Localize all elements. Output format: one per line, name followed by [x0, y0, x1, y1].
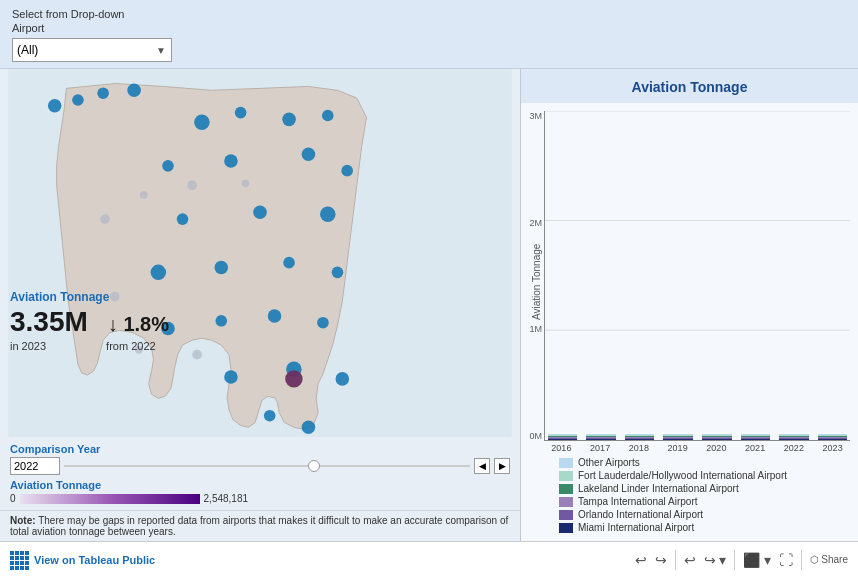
y-tick-1m: 1M	[516, 324, 542, 334]
content-area: Aviation Tonnage 3.35M ↓ 1.8% in 2023 fr…	[0, 69, 858, 541]
slider-container: ◀ ▶	[64, 458, 510, 474]
bar-stack-2016[interactable]	[548, 434, 577, 440]
svg-point-21	[215, 315, 227, 327]
svg-point-15	[320, 207, 335, 222]
legend-label: Fort Lauderdale/Hollywood International …	[578, 470, 787, 481]
svg-point-29	[285, 370, 302, 387]
back-button[interactable]: ↩	[684, 552, 696, 568]
legend-label: Miami International Airport	[578, 522, 694, 533]
stats-title: Aviation Tonnage	[10, 290, 169, 304]
svg-point-14	[253, 206, 267, 220]
gridlines-svg	[545, 111, 850, 440]
svg-point-9	[162, 160, 174, 172]
chart-area: Aviation Tonnage 3M 2M 1M 0M	[521, 103, 858, 541]
year-row: ◀ ▶	[10, 457, 510, 475]
bar-segment-miami	[586, 439, 615, 440]
stats-sub: in 2023 from 2022	[10, 340, 169, 352]
bottom-toolbar: View on Tableau Public ↩ ↪ ↩ ↪ ▾ ⬛ ▾ ⛶ ⬡…	[0, 541, 858, 577]
bar-stack-2018[interactable]	[625, 434, 654, 440]
legend-swatch	[559, 510, 573, 520]
bar-segment-miami	[818, 439, 847, 440]
bottom-controls: Comparison Year ◀ ▶ Aviation Tonnage 0	[0, 437, 520, 510]
svg-point-18	[283, 257, 295, 269]
legend-swatch	[559, 458, 573, 468]
x-label-2023: 2023	[815, 443, 850, 453]
bar-segment-miami	[548, 439, 577, 440]
bar-group	[777, 434, 812, 440]
toolbar-actions: ↩ ↪ ↩ ↪ ▾ ⬛ ▾ ⛶ ⬡ Share	[635, 550, 848, 570]
svg-point-10	[224, 154, 238, 168]
bar-stack-2021[interactable]	[741, 434, 770, 440]
forward-button[interactable]: ↪ ▾	[704, 552, 727, 568]
legend-swatch	[559, 484, 573, 494]
legend-item: Miami International Airport	[559, 522, 842, 533]
share-button[interactable]: ⬡ Share	[810, 554, 848, 565]
tableau-logo[interactable]: View on Tableau Public	[10, 551, 155, 569]
slider-track[interactable]	[64, 465, 470, 467]
x-label-2016: 2016	[544, 443, 579, 453]
stats-overlay: Aviation Tonnage 3.35M ↓ 1.8% in 2023 fr…	[10, 290, 169, 352]
bar-stack-2023[interactable]	[818, 434, 847, 440]
svg-point-17	[214, 261, 228, 275]
prev-year-button[interactable]: ◀	[474, 458, 490, 474]
year-input[interactable]	[10, 457, 60, 475]
bar-group	[584, 434, 619, 440]
svg-point-32	[187, 180, 197, 190]
svg-point-23	[317, 317, 329, 329]
bar-stack-2022[interactable]	[779, 434, 808, 440]
airport-dropdown-wrapper: (All) Miami International Airport Orland…	[12, 38, 172, 62]
bar-stack-2020[interactable]	[702, 434, 731, 440]
x-label-2022: 2022	[777, 443, 812, 453]
toolbar-divider-1	[675, 550, 676, 570]
bar-stack-2019[interactable]	[663, 434, 692, 440]
svg-point-22	[268, 309, 282, 323]
stats-year: in 2023	[10, 340, 46, 352]
svg-point-4	[127, 84, 141, 98]
redo-button[interactable]: ↪	[655, 552, 667, 568]
toolbar-divider-3	[801, 550, 802, 570]
stats-main: 3.35M ↓ 1.8%	[10, 306, 169, 338]
airport-dropdown[interactable]: (All) Miami International Airport Orland…	[12, 38, 172, 62]
svg-point-33	[242, 179, 250, 187]
svg-point-3	[97, 87, 109, 99]
legend-label: Tampa International Airport	[578, 496, 698, 507]
legend-item: Orlando International Airport	[559, 509, 842, 520]
x-label-2018: 2018	[622, 443, 657, 453]
comparison-year-label: Comparison Year	[10, 443, 510, 455]
svg-point-24	[224, 370, 238, 384]
legend-swatch	[559, 497, 573, 507]
fullscreen-button[interactable]: ⛶	[779, 552, 793, 568]
legend-item: Tampa International Airport	[559, 496, 842, 507]
stats-change: ↓ 1.8%	[108, 313, 169, 336]
bar-stack-2017[interactable]	[586, 434, 615, 440]
stats-change-label: from 2022	[106, 340, 156, 352]
legend-label: Other Airports	[578, 457, 640, 468]
svg-point-8	[322, 110, 334, 122]
bar-group	[622, 434, 657, 440]
svg-point-16	[151, 265, 166, 280]
svg-point-31	[140, 191, 148, 199]
svg-point-2	[72, 94, 84, 106]
y-tick-labels: 3M 2M 1M 0M	[516, 111, 542, 441]
chart-legend: Other AirportsFort Lauderdale/Hollywood …	[529, 453, 850, 537]
slider-thumb[interactable]	[308, 460, 320, 472]
undo-button[interactable]: ↩	[635, 552, 647, 568]
svg-point-1	[48, 99, 62, 113]
note-text: Note: There may be gaps in reported data…	[0, 510, 520, 541]
bar-segment-miami	[625, 439, 654, 440]
legend-label: Lakeland Linder International Airport	[578, 483, 739, 494]
dropdown-label: Select from Drop-down	[12, 8, 846, 20]
scale-min: 0	[10, 493, 16, 504]
note-strong: Note:	[10, 515, 36, 526]
bar-segment-miami	[779, 439, 808, 440]
svg-point-6	[235, 107, 247, 119]
legend-swatch	[559, 471, 573, 481]
bar-group	[738, 434, 773, 440]
y-tick-2m: 2M	[516, 218, 542, 228]
chart-inner: Aviation Tonnage 3M 2M 1M 0M	[529, 111, 850, 453]
svg-point-36	[192, 350, 202, 360]
next-year-button[interactable]: ▶	[494, 458, 510, 474]
bar-group	[545, 434, 580, 440]
legend-item: Fort Lauderdale/Hollywood International …	[559, 470, 842, 481]
download-button[interactable]: ⬛ ▾	[743, 552, 771, 568]
